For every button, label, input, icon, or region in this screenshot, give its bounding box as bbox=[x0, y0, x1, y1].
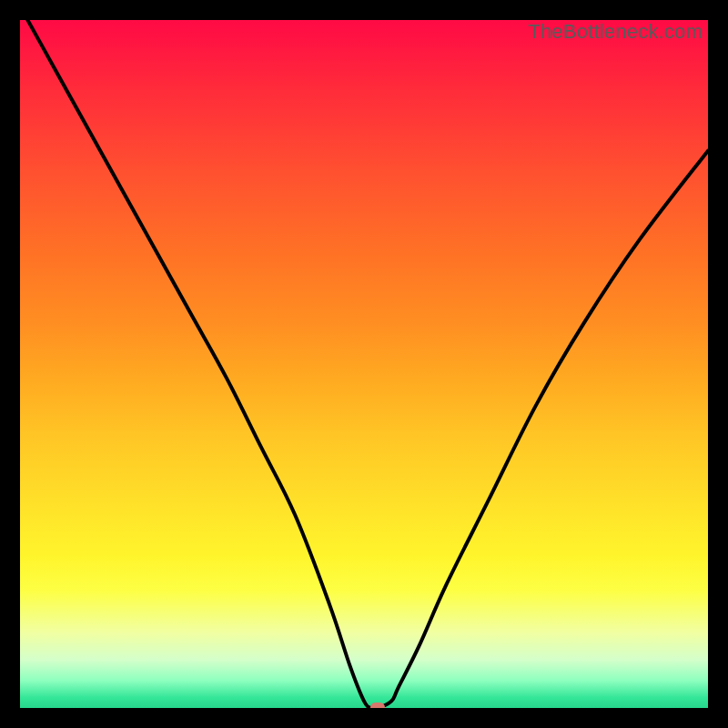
optimal-point-marker bbox=[370, 703, 385, 708]
chart-frame: TheBottleneck.com bbox=[0, 0, 728, 728]
bottleneck-curve bbox=[20, 20, 708, 708]
plot-area: TheBottleneck.com bbox=[20, 20, 708, 708]
